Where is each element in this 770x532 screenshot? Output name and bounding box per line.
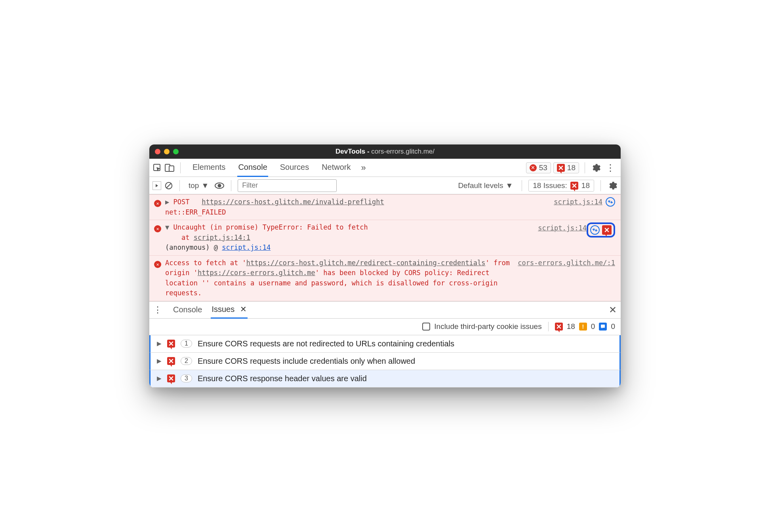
issue-icon [167,340,175,348]
tab-console[interactable]: Console [237,159,268,177]
source-link[interactable]: script.js:14 [550,197,602,217]
issue-info-count: 0 [611,322,615,331]
http-method: POST [173,198,190,206]
source-link[interactable]: cors-errors.glitch.me/:1 [514,258,615,268]
cors-url-1[interactable]: https://cors-host.glitch.me/redirect-con… [246,259,486,267]
expand-toggle[interactable]: ▶ [157,375,162,382]
error-icon: ✕ [530,164,537,171]
maximize-window-button[interactable] [173,149,179,154]
issue-info-icon [599,323,607,331]
console-settings-icon[interactable] [607,180,618,191]
drawer-tab-issues-label: Issues [212,305,234,314]
error-count-badge[interactable]: ✕ 53 [526,162,551,173]
close-window-button[interactable] [155,149,160,154]
console-message: ▶ POST https://cors-host.glitch.me/inval… [165,197,550,217]
issue-count-badge[interactable]: 18 [553,162,579,173]
issue-error-icon [555,323,563,331]
anonymous-label: (anonymous) @ [165,243,222,251]
error-badge-icon: ✕ [154,259,161,269]
dropdown-caret-icon: ▼ [201,181,209,190]
console-error-row[interactable]: ✕ ▶ POST https://cors-host.glitch.me/inv… [149,194,621,220]
inspect-element-icon[interactable] [152,163,162,173]
include-third-party-checkbox[interactable] [422,323,430,331]
issues-label: 18 Issues: [533,181,567,190]
issue-row[interactable]: ▶ 1 Ensure CORS requests are not redirec… [149,335,621,353]
settings-icon[interactable] [591,163,601,173]
stack-at: at [181,234,194,241]
cors-text-pre: Access to fetch at ' [165,259,246,267]
drawer-tabstrip: ⋮ Console Issues ✕ ✕ [149,301,621,319]
context-selector[interactable]: top ▼ [186,181,211,190]
window-titlebar: DevTools - cors-errors.glitch.me/ [149,144,621,159]
console-message: Access to fetch at 'https://cors-host.gl… [165,258,514,298]
tab-sources[interactable]: Sources [279,159,310,177]
title-url: cors-errors.glitch.me/ [371,148,435,155]
expand-toggle[interactable]: ▼ [165,223,169,231]
drawer-tab-console[interactable]: Console [172,302,203,318]
issue-row[interactable]: ▶ 2 Ensure CORS requests include credent… [149,353,621,370]
drawer-close-icon[interactable]: ✕ [609,304,617,315]
toolbar-divider [231,180,231,191]
issue-title: Ensure CORS response header values are v… [198,374,367,383]
more-menu-icon[interactable]: ⋮ [603,162,618,173]
expand-toggle[interactable]: ▶ [165,198,169,206]
toolbar-divider [585,162,585,173]
clear-console-icon[interactable] [164,181,173,190]
drawer-menu-icon[interactable]: ⋮ [153,305,164,315]
svg-rect-6 [601,325,605,328]
context-label: top [189,181,199,190]
svg-point-5 [218,184,221,187]
issues-button[interactable]: 18 Issues: 18 [528,180,594,192]
error-count: 53 [539,163,547,172]
traffic-lights [155,149,179,154]
tab-elements[interactable]: Elements [192,159,226,177]
issue-icon [557,164,565,172]
issue-row[interactable]: ▶ 3 Ensure CORS response header values a… [149,370,621,388]
issue-icon [570,182,578,190]
issues-toolbar: Include third-party cookie issues 18 ! 0… [149,319,621,335]
issue-count-pill: 3 [181,374,192,382]
sidebar-toggle-icon[interactable] [152,181,161,190]
issue-icon [167,374,175,382]
anonymous-link[interactable]: script.js:14 [222,243,271,251]
toolbar-divider [180,162,181,173]
device-toggle-icon[interactable] [164,163,175,173]
request-url[interactable]: https://cors-host.glitch.me/invalid-pref… [202,198,384,206]
toolbar-divider [548,322,549,331]
error-badge-icon: ✕ [154,198,161,208]
cors-url-2[interactable]: https://cors-errors.glitch.me [198,269,315,277]
issue-count-pill: 2 [181,357,192,365]
toolbar-divider [179,180,180,191]
source-link[interactable]: script.js:14 [534,223,587,234]
console-error-row[interactable]: ✕ Access to fetch at 'https://cors-host.… [149,256,621,301]
issue-count: 18 [567,163,576,172]
devtools-window: DevTools - cors-errors.glitch.me/ Elemen… [149,144,621,388]
drawer-tab-issues[interactable]: Issues ✕ [211,301,247,319]
issue-title: Ensure CORS requests are not redirected … [198,339,454,348]
window-title: DevTools - cors-errors.glitch.me/ [335,148,435,156]
highlighted-issue-callout [587,222,615,238]
minimize-window-button[interactable] [164,149,170,154]
console-message-list: ✕ ▶ POST https://cors-host.glitch.me/inv… [149,194,621,301]
network-request-icon[interactable] [606,197,615,207]
filter-input[interactable] [238,179,337,192]
issue-title: Ensure CORS requests include credentials… [198,357,415,366]
expand-toggle[interactable]: ▶ [157,357,162,365]
log-levels-selector[interactable]: Default levels ▼ [456,181,515,190]
include-third-party-label: Include third-party cookie issues [434,322,541,331]
issues-count: 18 [581,181,590,190]
tab-network[interactable]: Network [321,159,351,177]
toolbar-divider [522,180,522,191]
network-request-icon[interactable] [590,225,600,235]
close-tab-icon[interactable]: ✕ [240,305,247,314]
live-expression-icon[interactable] [214,182,225,190]
issue-icon [167,357,175,365]
stack-link[interactable]: script.js:14:1 [194,234,250,241]
console-error-row[interactable]: ✕ ▼ Uncaught (in promise) TypeError: Fai… [149,220,621,256]
expand-toggle[interactable]: ▶ [157,340,162,347]
dropdown-caret-icon: ▼ [505,181,513,190]
toolbar-divider [600,180,601,191]
more-tabs-chevron[interactable]: » [361,163,366,173]
issue-icon[interactable] [602,225,612,235]
issues-list: ▶ 1 Ensure CORS requests are not redirec… [149,335,621,388]
